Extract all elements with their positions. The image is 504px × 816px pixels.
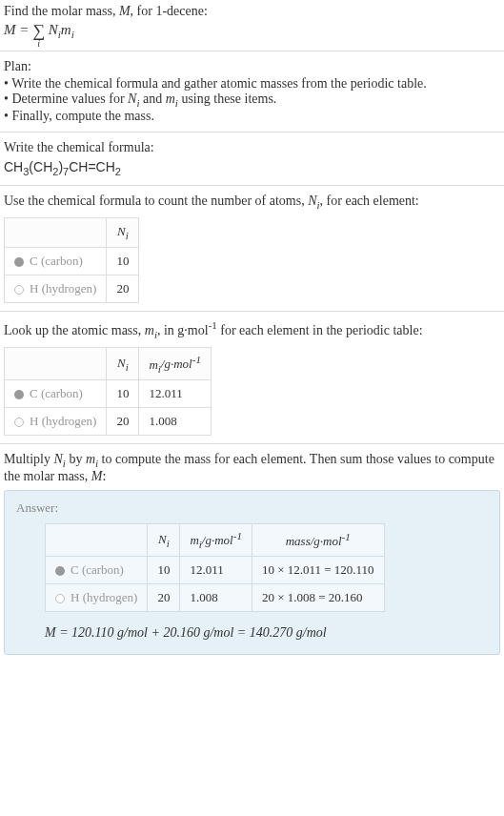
- chem-formula-title: Write the chemical formula:: [4, 140, 500, 155]
- calc-value: 20 × 1.008 = 20.160: [252, 584, 384, 612]
- m-value: 1.008: [180, 584, 252, 612]
- n-value: 10: [107, 247, 139, 275]
- answer-label: Answer:: [16, 500, 488, 516]
- answer-table: Ni mi/g·mol-1 mass/g·mol-1 C (carbon) 10…: [45, 523, 385, 612]
- table-row: H (hydrogen) 20 1.008: [5, 408, 212, 436]
- dot-icon: [55, 566, 65, 576]
- molar-mass-formula: M = ∑i Nimi: [4, 21, 500, 41]
- m-value: 12.011: [139, 380, 212, 408]
- element-cell: H (hydrogen): [46, 584, 148, 612]
- header-blank: [5, 218, 107, 248]
- chemical-formula: CH3(CH2)7CH=CH2: [4, 159, 500, 177]
- element-cell: C (carbon): [5, 247, 107, 275]
- atom-count-table: Ni C (carbon) 10 H (hydrogen) 20: [4, 217, 139, 303]
- table-header-row: Ni: [5, 218, 139, 248]
- header-m: mi/g·mol-1: [180, 524, 252, 557]
- n-value: 10: [107, 380, 139, 408]
- n-value: 20: [107, 275, 139, 302]
- count-title: Use the chemical formula to count the nu…: [4, 194, 500, 211]
- plan-item: Determine values for Ni and mi using the…: [4, 92, 500, 109]
- header-n: Ni: [107, 218, 139, 248]
- n-value: 10: [148, 557, 180, 584]
- table-header-row: Ni mi/g·mol-1: [5, 348, 212, 380]
- intro-text: Find the molar mass, M, for 1-decene:: [4, 4, 500, 19]
- answer-box: Answer: Ni mi/g·mol-1 mass/g·mol-1 C (ca…: [4, 490, 500, 655]
- multiply-section: Multiply Ni by mi to compute the mass fo…: [0, 444, 504, 663]
- plan-item: Write the chemical formula and gather at…: [4, 76, 500, 92]
- header-mass: mass/g·mol-1: [252, 524, 384, 557]
- m-value: 12.011: [180, 557, 252, 584]
- table-header-row: Ni mi/g·mol-1 mass/g·mol-1: [46, 524, 385, 557]
- header-blank: [46, 524, 148, 557]
- table-row: C (carbon) 10 12.011 10 × 12.011 = 120.1…: [46, 557, 385, 584]
- table-row: H (hydrogen) 20: [5, 275, 139, 302]
- chemical-formula-section: Write the chemical formula: CH3(CH2)7CH=…: [0, 133, 504, 186]
- plan-section: Plan: Write the chemical formula and gat…: [0, 51, 504, 133]
- m-value: 1.008: [139, 408, 212, 436]
- element-cell: C (carbon): [5, 380, 107, 408]
- calc-value: 10 × 12.011 = 120.110: [252, 557, 384, 584]
- dot-icon: [14, 390, 24, 399]
- mass-title: Look up the atomic mass, mi, in g·mol-1 …: [4, 319, 500, 339]
- element-cell: H (hydrogen): [5, 275, 107, 302]
- element-cell: H (hydrogen): [5, 408, 107, 436]
- intro-section: Find the molar mass, M, for 1-decene: M …: [0, 0, 504, 51]
- atomic-mass-section: Look up the atomic mass, mi, in g·mol-1 …: [0, 312, 504, 444]
- element-cell: C (carbon): [46, 557, 148, 584]
- n-value: 20: [107, 408, 139, 436]
- final-result: M = 120.110 g/mol + 20.160 g/mol = 140.2…: [45, 625, 488, 641]
- multiply-title: Multiply Ni by mi to compute the mass fo…: [4, 452, 500, 484]
- header-blank: [5, 348, 107, 380]
- header-m: mi/g·mol-1: [139, 348, 212, 380]
- dot-icon: [14, 418, 24, 427]
- plan-list: Write the chemical formula and gather at…: [4, 76, 500, 124]
- dot-icon: [14, 285, 24, 295]
- table-row: C (carbon) 10: [5, 247, 139, 275]
- table-row: C (carbon) 10 12.011: [5, 380, 212, 408]
- dot-icon: [14, 257, 24, 267]
- n-value: 20: [148, 584, 180, 612]
- header-n: Ni: [107, 348, 139, 380]
- plan-item: Finally, compute the mass.: [4, 109, 500, 124]
- plan-title: Plan:: [4, 59, 500, 74]
- header-n: Ni: [148, 524, 180, 557]
- atomic-mass-table: Ni mi/g·mol-1 C (carbon) 10 12.011 H (hy…: [4, 347, 212, 436]
- atom-count-section: Use the chemical formula to count the nu…: [0, 186, 504, 312]
- dot-icon: [55, 594, 65, 603]
- table-row: H (hydrogen) 20 1.008 20 × 1.008 = 20.16…: [46, 584, 385, 612]
